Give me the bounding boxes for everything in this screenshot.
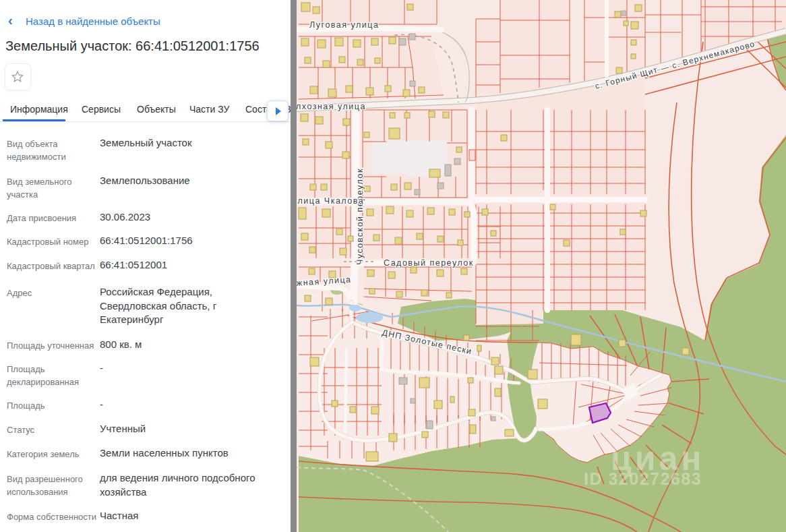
svg-text:Чусовской переулок: Чусовской переулок	[355, 168, 365, 265]
svg-text:ID 320272683: ID 320272683	[584, 469, 702, 488]
svg-text:улица Чкалова: улица Чкалова	[297, 196, 364, 206]
svg-text:лхозная улица: лхозная улица	[297, 102, 366, 111]
svg-text:Луговая улица: Луговая улица	[309, 20, 379, 30]
svg-text:Садовый переулок: Садовый переулок	[384, 258, 474, 268]
